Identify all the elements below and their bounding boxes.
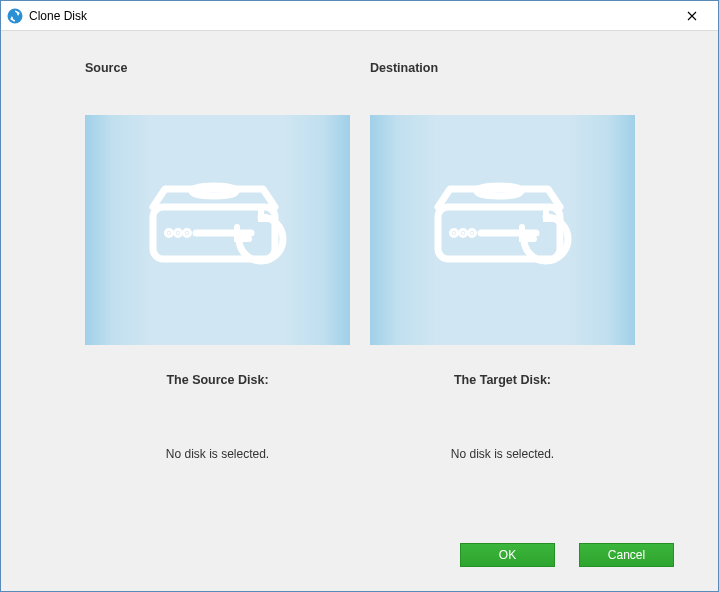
columns: Source: [15, 41, 704, 535]
destination-header: Destination: [370, 61, 438, 75]
app-icon: [7, 8, 23, 24]
cancel-button[interactable]: Cancel: [579, 543, 674, 567]
source-column: Source: [85, 61, 350, 535]
svg-point-9: [452, 231, 455, 234]
ok-button[interactable]: OK: [460, 543, 555, 567]
source-disk-label: The Source Disk:: [166, 373, 268, 387]
content-area: Source: [1, 31, 718, 591]
source-disk-status: No disk is selected.: [166, 447, 269, 461]
destination-disk-status: No disk is selected.: [451, 447, 554, 461]
svg-point-10: [461, 231, 464, 234]
destination-column: Destination: [370, 61, 635, 535]
destination-disk-label: The Target Disk:: [454, 373, 551, 387]
dialog-window: Clone Disk Source: [0, 0, 719, 592]
svg-point-4: [176, 231, 179, 234]
disk-icon: [418, 169, 588, 292]
svg-point-3: [167, 231, 170, 234]
titlebar: Clone Disk: [1, 1, 718, 31]
destination-disk-selector[interactable]: [370, 115, 635, 345]
svg-point-11: [470, 231, 473, 234]
svg-point-5: [185, 231, 188, 234]
source-header: Source: [85, 61, 127, 75]
window-title: Clone Disk: [29, 9, 672, 23]
source-disk-selector[interactable]: [85, 115, 350, 345]
disk-icon: [133, 169, 303, 292]
close-button[interactable]: [672, 2, 712, 30]
footer: OK Cancel: [15, 535, 704, 591]
